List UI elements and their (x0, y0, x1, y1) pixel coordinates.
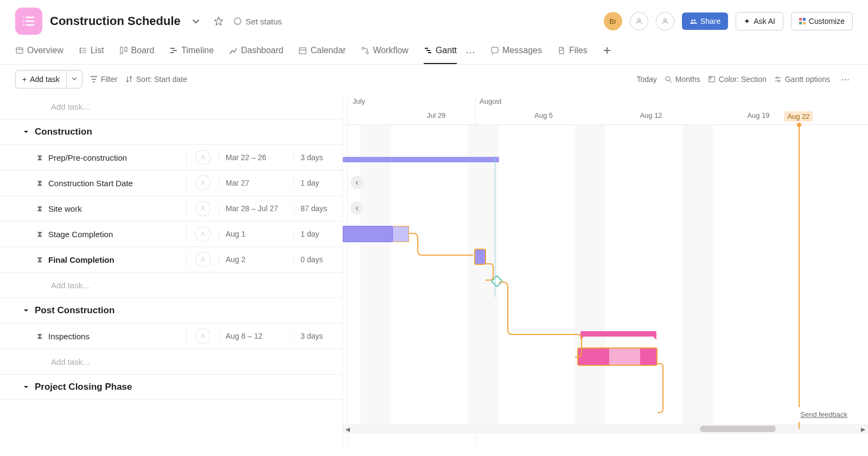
assignee-empty[interactable] (195, 201, 210, 216)
svg-point-42 (202, 257, 204, 259)
hourglass-icon: ⧗ (37, 255, 43, 264)
tab-board[interactable]: Board (119, 40, 155, 64)
svg-point-9 (693, 20, 695, 22)
gantt-options-button[interactable]: Gantt options (774, 75, 830, 84)
tab-dashboard[interactable]: Dashboard (229, 40, 283, 64)
date-cell[interactable]: Aug 2 (219, 255, 293, 264)
task-row-inspections[interactable]: ⧗Inspections Aug 8 – 12 3 days (0, 324, 342, 349)
header: Construction Schedule Set status Br Shar… (0, 0, 868, 40)
svg-point-39 (202, 181, 204, 183)
star-icon[interactable] (211, 14, 226, 29)
gantt-bar-sitework-extension[interactable] (393, 226, 409, 242)
tab-workflow[interactable]: Workflow (361, 40, 409, 64)
month-label-august: August (480, 97, 501, 105)
share-button[interactable]: Share (682, 12, 728, 30)
more-options-icon[interactable]: ⋯ (838, 72, 853, 87)
svg-point-16 (80, 52, 81, 53)
svg-point-37 (778, 80, 780, 82)
tab-gantt[interactable]: Gantt (424, 40, 457, 64)
sparkle-icon: ✦ (744, 17, 750, 26)
duration-cell: 3 days (293, 332, 342, 340)
add-member-2[interactable] (656, 12, 674, 30)
gantt-bar-sitework[interactable] (343, 226, 393, 242)
gantt-chart[interactable]: July August Jul 29 Aug 5 Aug 12 Aug 19 A… (343, 94, 868, 447)
add-tab-button[interactable] (603, 41, 611, 64)
svg-point-7 (663, 18, 666, 21)
assignee-empty[interactable] (195, 150, 210, 165)
svg-point-12 (80, 48, 81, 49)
date-cell[interactable]: Aug 8 – 12 (219, 332, 293, 340)
task-row-final[interactable]: ⧗Final Completion Aug 2 0 days (0, 247, 342, 273)
tab-timeline[interactable]: Timeline (169, 40, 214, 64)
add-task-row-construction[interactable]: Add task... (0, 273, 342, 298)
section-bar-post[interactable] (580, 331, 656, 337)
date-cell[interactable]: Aug 1 (219, 230, 293, 238)
scroll-thumb[interactable] (700, 426, 776, 432)
send-feedback-link[interactable]: Send feedback (795, 407, 853, 422)
task-row-stage[interactable]: ⧗Stage Completion Aug 1 1 day (0, 221, 342, 247)
scroll-right-arrow[interactable]: ▸ (858, 424, 868, 434)
add-task-row-post[interactable]: Add task... (0, 349, 342, 375)
zoom-icon (665, 75, 672, 83)
tab-list[interactable]: List (79, 40, 104, 64)
project-title[interactable]: Construction Schedule (50, 14, 181, 28)
tab-overview[interactable]: Overview (15, 40, 63, 64)
tab-files[interactable]: Files (557, 40, 588, 64)
today-button[interactable]: Today (637, 75, 657, 84)
assignee-empty[interactable] (195, 328, 210, 344)
zoom-button[interactable]: Months (665, 75, 700, 84)
section-construction[interactable]: Construction (0, 119, 342, 145)
gantt-bar-inspections[interactable] (577, 347, 658, 366)
tab-gantt-more-icon[interactable]: ⋯ (465, 46, 475, 58)
task-row-prep[interactable]: ⧗Prep/Pre-construction Mar 22 – 26 3 day… (0, 145, 342, 170)
add-task-dropdown[interactable] (67, 71, 82, 88)
section-closing[interactable]: Project Closing Phase (0, 375, 342, 400)
ask-ai-button[interactable]: ✦ Ask AI (736, 12, 783, 30)
svg-rect-18 (120, 47, 123, 54)
scroll-left-pill[interactable]: ‹ (350, 201, 363, 214)
svg-point-25 (362, 47, 364, 49)
gantt-bar-stage[interactable] (474, 249, 486, 265)
tab-calendar[interactable]: Calendar (298, 40, 346, 64)
tab-messages[interactable]: Messages (490, 40, 542, 64)
assignee-empty[interactable] (195, 175, 210, 191)
date-cell[interactable]: Mar 22 – 26 (219, 153, 293, 162)
ask-ai-label: Ask AI (754, 17, 775, 26)
add-task-row-top[interactable]: Add task... (0, 94, 342, 119)
today-line (799, 125, 800, 429)
add-task-button[interactable]: + Add task (16, 71, 67, 87)
task-table: Add task... Construction ⧗Prep/Pre-const… (0, 94, 343, 447)
date-cell[interactable]: Mar 28 – Jul 27 (219, 204, 293, 213)
scroll-left-pill[interactable]: ‹ (350, 176, 363, 189)
task-row-sitework[interactable]: ⧗Site work Mar 28 – Jul 27 87 days (0, 196, 342, 221)
assignee-empty[interactable] (195, 252, 210, 267)
sort-button[interactable]: Sort: Start date (125, 75, 187, 84)
section-post-construction[interactable]: Post Construction (0, 298, 342, 324)
avatar-user-br[interactable]: Br (604, 12, 622, 30)
customize-button[interactable]: Customize (791, 12, 853, 30)
horizontal-scrollbar[interactable]: ◂ ▸ (343, 424, 868, 434)
date-cell[interactable]: Mar 27 (219, 179, 293, 187)
set-status-button[interactable]: Set status (234, 17, 282, 26)
section-bar-construction[interactable] (343, 157, 499, 162)
add-member-1[interactable] (630, 12, 648, 30)
add-task-label: Add task (30, 75, 59, 84)
chevron-down-icon (23, 384, 29, 390)
duration-cell: 1 day (293, 179, 342, 187)
color-button[interactable]: Color: Section (708, 75, 767, 84)
svg-rect-23 (299, 48, 306, 54)
hourglass-icon: ⧗ (37, 178, 43, 188)
add-task-button-group: + Add task (15, 70, 82, 88)
project-icon (15, 8, 42, 35)
main-area: Add task... Construction ⧗Prep/Pre-const… (0, 94, 868, 447)
filter-button[interactable]: Filter (90, 75, 118, 84)
assignee-empty[interactable] (195, 226, 210, 242)
date-aug19: Aug 19 (747, 111, 769, 119)
hourglass-icon: ⧗ (37, 331, 43, 341)
chevron-down-icon[interactable] (188, 14, 203, 29)
task-row-start[interactable]: ⧗Construction Start Date Mar 27 1 day (0, 170, 342, 196)
set-status-label: Set status (246, 17, 282, 26)
scroll-left-arrow[interactable]: ◂ (343, 424, 353, 434)
filter-icon (90, 75, 98, 83)
timeline-body[interactable]: ‹ ‹ (343, 125, 868, 429)
